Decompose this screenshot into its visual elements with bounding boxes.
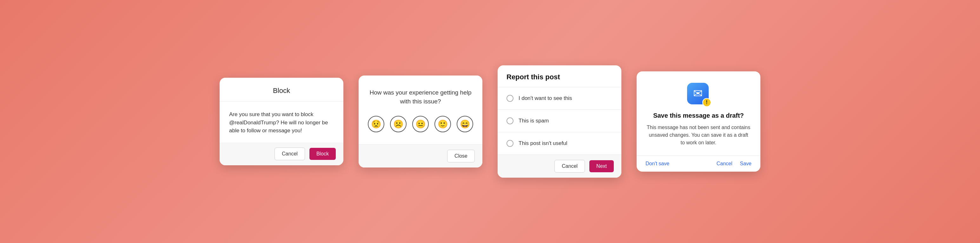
report-dialog: Report this post I don't want to see thi… [498, 65, 621, 178]
experience-dialog-body: How was your experience getting help wit… [359, 76, 482, 145]
emoji-3-button[interactable]: 😐 [412, 116, 429, 132]
footer-right-actions: Cancel Save [717, 161, 751, 167]
emoji-5-button[interactable]: 😄 [457, 116, 473, 132]
save-draft-description: This message has not been sent and conta… [646, 124, 751, 146]
experience-close-button[interactable]: Close [447, 150, 475, 162]
report-dialog-title: Report this post [498, 65, 621, 87]
radio-spam[interactable] [506, 118, 514, 124]
emoji-rating-row: 😟 ☹️ 😐 🙂 😄 [368, 116, 473, 132]
block-dialog-title: Block [220, 78, 344, 102]
block-cancel-button[interactable]: Cancel [275, 148, 305, 160]
report-options-list: I don't want to see this This is spam Th… [498, 87, 621, 154]
report-option-not-useful-label: This post isn't useful [519, 140, 567, 146]
save-button[interactable]: Save [740, 161, 751, 167]
emoji-4-button[interactable]: 🙂 [434, 116, 451, 132]
block-dialog-body: Are you sure that you want to block @rea… [220, 102, 344, 143]
draft-cancel-button[interactable]: Cancel [717, 161, 732, 167]
experience-dialog: How was your experience getting help wit… [359, 76, 482, 167]
block-dialog: Block Are you sure that you want to bloc… [220, 78, 344, 165]
save-draft-body: ✉ ! Save this message as a draft? This m… [636, 71, 760, 156]
save-draft-dialog: ✉ ! Save this message as a draft? This m… [636, 71, 760, 172]
experience-dialog-footer: Close [359, 145, 482, 167]
warning-icon: ! [706, 100, 707, 105]
dont-save-button[interactable]: Don't save [646, 161, 669, 167]
report-dialog-footer: Cancel Next [498, 154, 621, 178]
report-option-not-useful[interactable]: This post isn't useful [498, 132, 621, 154]
mail-icon-wrapper: ✉ ! [687, 83, 710, 106]
report-option-spam[interactable]: This is spam [498, 110, 621, 132]
save-draft-footer: Don't save Cancel Save [636, 156, 760, 172]
warning-badge: ! [702, 98, 711, 107]
experience-question: How was your experience getting help wit… [368, 88, 473, 106]
save-draft-title: Save this message as a draft? [653, 112, 744, 119]
report-option-dont-want[interactable]: I don't want to see this [498, 87, 621, 110]
emoji-1-button[interactable]: 😟 [368, 116, 384, 132]
report-option-dont-want-label: I don't want to see this [519, 95, 572, 102]
emoji-2-button[interactable]: ☹️ [390, 116, 407, 132]
report-next-button[interactable]: Next [589, 160, 614, 172]
report-option-spam-label: This is spam [519, 118, 549, 124]
radio-dont-want[interactable] [506, 95, 514, 102]
block-dialog-footer: Cancel Block [220, 143, 344, 165]
radio-not-useful[interactable] [506, 140, 514, 147]
block-dialog-message: Are you sure that you want to block @rea… [229, 111, 328, 133]
block-confirm-button[interactable]: Block [309, 148, 336, 160]
mail-symbol: ✉ [693, 87, 703, 100]
report-cancel-button[interactable]: Cancel [554, 160, 585, 173]
